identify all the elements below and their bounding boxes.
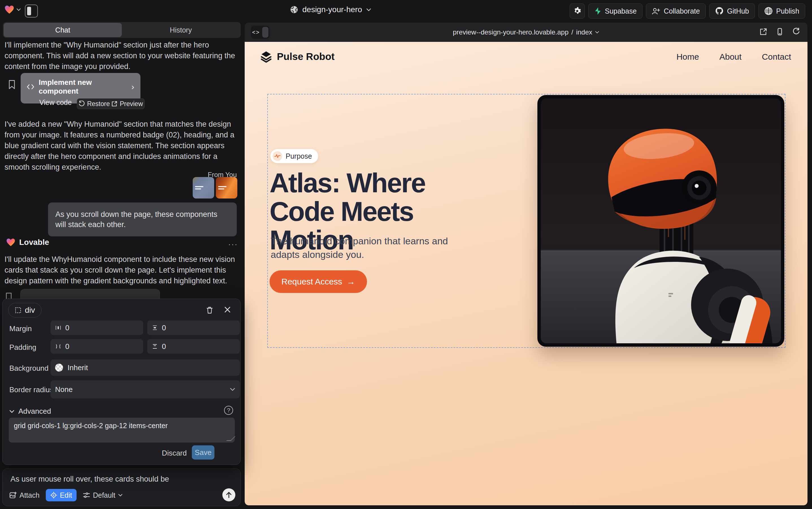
nav-link-contact[interactable]: Contact — [762, 52, 791, 62]
project-name: design-your-hero — [302, 5, 362, 14]
collaborate-button[interactable]: Collaborate — [646, 3, 706, 19]
breadcrumb-page: index — [576, 28, 592, 36]
save-button[interactable]: Save — [192, 445, 215, 460]
publish-button[interactable]: Publish — [758, 3, 805, 19]
assistant-message-2: I've added a new "Why Humanoid" section … — [4, 119, 241, 172]
preview-url-breadcrumb[interactable]: preview--design-your-hero.lovable.app / … — [245, 23, 808, 42]
bookmark-icon[interactable] — [8, 80, 16, 89]
pulse-icon — [273, 151, 282, 161]
background-value: Inherit — [68, 363, 88, 372]
assistant-message-1: I'll implement the "Why Humanoid" sectio… — [4, 40, 238, 72]
assistant-header: Lovable ... — [6, 238, 238, 247]
lovable-heart-icon — [6, 238, 15, 246]
mode-label: Default — [93, 491, 115, 499]
margin-y-input[interactable]: 0 — [147, 320, 240, 335]
message-menu-button[interactable]: ... — [228, 238, 238, 247]
hero-subheadline: The humanoid companion that learns and a… — [271, 234, 463, 261]
attachment-thumbnail-blue[interactable] — [193, 177, 214, 199]
margin-x-input[interactable]: 0 — [50, 320, 143, 335]
attach-button[interactable]: Attach — [9, 491, 40, 499]
dashed-box-icon — [15, 307, 22, 314]
background-field[interactable]: Inherit — [50, 360, 240, 376]
version-actions-bar: Restore Preview — [77, 98, 145, 109]
code-icon — [27, 84, 34, 90]
supabase-icon — [594, 7, 601, 15]
collaborate-label: Collaborate — [664, 7, 700, 15]
robot-hero-image — [541, 98, 781, 343]
attach-label: Attach — [20, 491, 40, 499]
preview-topbar: <> preview--design-your-hero.lovable.app… — [245, 23, 808, 42]
globe-icon — [290, 5, 298, 14]
discard-button[interactable]: Discard — [162, 449, 187, 457]
request-access-button[interactable]: Request Access → — [269, 270, 367, 293]
advanced-label: Advanced — [19, 407, 51, 416]
restore-label: Restore — [87, 100, 110, 108]
mode-select[interactable]: Default — [83, 491, 123, 499]
user-message-bubble: As you scroll down the page, these compo… — [48, 202, 237, 236]
trash-icon[interactable] — [206, 306, 213, 314]
site-nav: Home About Contact — [676, 52, 791, 62]
publish-globe-icon — [764, 7, 773, 15]
padding-y-input[interactable]: 0 — [147, 339, 240, 354]
preview-panel: <> preview--design-your-hero.lovable.app… — [245, 23, 808, 505]
composer-input[interactable]: As user mouse roll over, these cards sho… — [10, 475, 231, 483]
hero-image-card — [538, 95, 784, 347]
sidebar-toggle-button[interactable] — [25, 4, 38, 18]
nav-link-about[interactable]: About — [719, 52, 741, 62]
transparency-swatch-icon — [55, 364, 63, 372]
mobile-view-icon[interactable] — [776, 28, 784, 36]
margin-horizontal-icon — [55, 325, 61, 331]
edit-label: Edit — [60, 491, 72, 499]
padding-x-input[interactable]: 0 — [50, 339, 143, 354]
restore-icon — [79, 101, 85, 107]
add-user-icon — [652, 7, 660, 15]
breadcrumb-separator: / — [571, 28, 573, 36]
padding-y-value: 0 — [162, 342, 166, 351]
border-radius-select[interactable]: None — [50, 380, 240, 399]
composer-toolbar: Attach Edit Default — [9, 489, 123, 501]
send-button[interactable] — [222, 488, 235, 501]
github-button[interactable]: GitHub — [709, 3, 755, 19]
preview-button[interactable]: Preview — [111, 100, 143, 108]
element-inspector-panel: div Margin 0 0 Padding 0 0 Background In… — [2, 299, 241, 465]
nav-link-home[interactable]: Home — [676, 52, 699, 62]
project-selector[interactable]: design-your-hero — [290, 5, 371, 14]
padding-x-value: 0 — [65, 342, 69, 351]
lovable-menu-button[interactable] — [4, 5, 21, 14]
supabase-button[interactable]: Supabase — [588, 3, 643, 19]
chevron-down-icon — [118, 494, 123, 497]
edit-mode-button[interactable]: Edit — [46, 489, 77, 501]
refresh-icon[interactable] — [792, 28, 800, 36]
restore-button[interactable]: Restore — [79, 100, 110, 108]
chevron-down-icon — [16, 8, 21, 11]
purpose-badge-label: Purpose — [286, 152, 312, 160]
arrow-right-icon: → — [347, 277, 355, 286]
padding-label: Padding — [9, 343, 36, 352]
preview-viewport: Pulse Robot Home About Contact Purpose A… — [245, 42, 808, 505]
tab-history[interactable]: History — [122, 23, 240, 37]
layers-icon — [260, 50, 272, 63]
site-brand[interactable]: Pulse Robot — [260, 50, 334, 63]
chat-composer: As user mouse roll over, these cards sho… — [2, 468, 241, 506]
topbar-actions: Supabase Collaborate GitHub Publish — [569, 3, 805, 19]
selected-element-pill[interactable]: div — [8, 303, 41, 317]
publish-label: Publish — [776, 7, 799, 15]
close-icon[interactable] — [224, 306, 231, 313]
attach-image-icon — [9, 491, 17, 499]
attachment-thumbnail-orange[interactable] — [216, 177, 237, 199]
tab-chat[interactable]: Chat — [4, 23, 122, 37]
help-icon[interactable]: ? — [224, 406, 233, 415]
margin-y-value: 0 — [162, 324, 166, 332]
open-in-new-icon[interactable] — [760, 28, 767, 36]
border-radius-label: Border radius — [9, 385, 53, 394]
thumbnail-text-mark — [195, 186, 204, 187]
resize-handle[interactable] — [226, 436, 235, 441]
site-header: Pulse Robot Home About Contact — [245, 42, 808, 73]
component-card-title: Implement new component — [39, 78, 127, 96]
preview-label: Preview — [120, 100, 143, 108]
advanced-toggle[interactable]: Advanced — [9, 407, 51, 416]
chevron-down-icon — [595, 31, 599, 34]
classes-textarea[interactable]: grid grid-cols-1 lg:grid-cols-2 gap-12 i… — [9, 418, 235, 443]
preview-actions — [760, 28, 800, 36]
settings-button[interactable] — [569, 3, 585, 19]
